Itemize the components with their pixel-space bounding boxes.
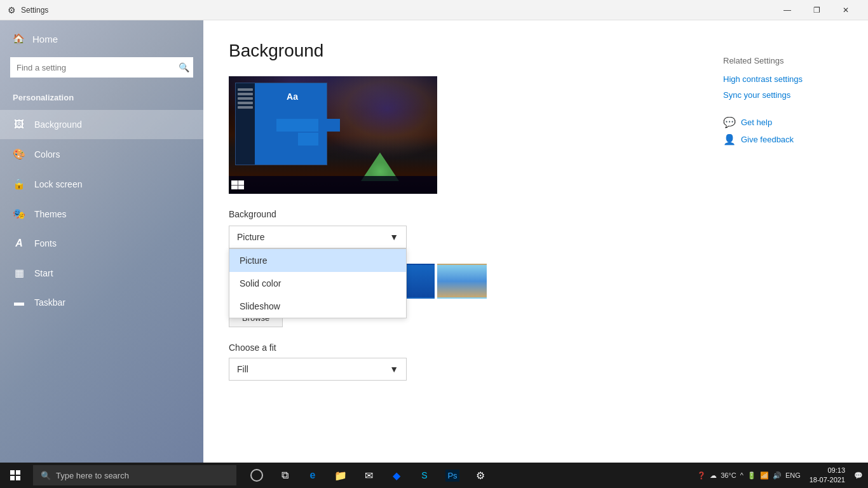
fit-dropdown[interactable]: Fill ▼ — [229, 358, 407, 381]
sync-settings-link[interactable]: Sync your settings — [723, 90, 848, 100]
give-feedback-link[interactable]: 👤 Give feedback — [723, 133, 848, 146]
sidebar-home-item[interactable]: 🏠 Home — [0, 20, 203, 57]
themes-icon: 🎭 — [13, 208, 25, 220]
home-label: Home — [32, 34, 58, 44]
choose-fit-label: Choose a fit — [229, 342, 843, 353]
settings-taskbar-icon: ⚙ — [476, 470, 485, 482]
preview-aa: Aa — [276, 87, 308, 106]
preview-bg: Aa — [229, 76, 437, 194]
tray-network-icon[interactable]: 📶 — [760, 471, 769, 480]
colors-icon: 🎨 — [13, 148, 25, 160]
background-dropdown-container: Picture ▼ Picture Solid color Slideshow — [229, 226, 407, 248]
taskbar-nav-icon: ▬ — [13, 297, 25, 308]
related-settings-panel: Related Settings High contrast settings … — [703, 41, 868, 166]
high-contrast-link[interactable]: High contrast settings — [723, 74, 848, 84]
taskbar-tray: ❓ ☁ 36°C ^ 🔋 📶 🔊 ENG 09:13 18-07-2021 💬 — [692, 466, 868, 485]
edge-icon: e — [310, 470, 316, 481]
taskbar-settings-icon[interactable]: ⚙ — [468, 463, 493, 488]
title-bar-controls: — ❐ ✕ — [773, 0, 860, 20]
sidebar-item-lock-screen[interactable]: 🔒 Lock screen — [0, 169, 203, 199]
themes-label: Themes — [34, 209, 67, 219]
tray-clock[interactable]: 09:13 18-07-2021 — [804, 466, 850, 485]
dropdown-option-solid-color[interactable]: Solid color — [229, 272, 406, 295]
dropdown-selected-value: Picture — [237, 232, 265, 242]
dropdown-chevron-icon: ▼ — [390, 232, 398, 242]
tray-show-hidden[interactable]: ^ — [740, 471, 743, 479]
get-help-label: Get help — [741, 118, 772, 127]
high-contrast-label: High contrast settings — [723, 74, 803, 84]
tray-time: 09:13 — [810, 466, 845, 475]
taskbar-search-box[interactable]: 🔍 Type here to search — [33, 465, 236, 485]
home-icon: 🏠 — [13, 33, 25, 44]
tray-volume-icon[interactable]: 🔊 — [773, 471, 782, 480]
sidebar-item-colors[interactable]: 🎨 Colors — [0, 139, 203, 169]
background-label: Background — [34, 119, 82, 130]
taskbar-label: Taskbar — [34, 297, 65, 308]
preview-tiles — [276, 119, 340, 159]
settings-icon: ⚙ — [8, 5, 16, 15]
taskbar-search-placeholder: Type here to search — [56, 471, 129, 480]
sidebar-item-fonts[interactable]: A Fonts — [0, 229, 203, 258]
related-settings-title: Related Settings — [723, 56, 848, 65]
background-section-label: Background — [229, 209, 843, 219]
photoshop-icon: Ps — [445, 470, 459, 482]
search-input[interactable] — [10, 57, 193, 78]
dropdown-option-picture[interactable]: Picture — [229, 249, 406, 272]
taskview-icon: ⧉ — [281, 470, 288, 481]
sidebar-item-background[interactable]: 🖼 Background — [0, 110, 203, 139]
give-feedback-label: Give feedback — [741, 135, 794, 144]
taskbar-cortana-icon[interactable] — [244, 463, 269, 488]
preview-taskbar — [229, 176, 437, 194]
start-button[interactable] — [0, 463, 31, 488]
main-content: Background Aa — [203, 20, 868, 463]
tray-cloud-icon[interactable]: ☁ — [710, 471, 717, 480]
windows-logo-icon — [10, 470, 20, 480]
preview-window: Aa — [235, 83, 327, 165]
help-icon: 💬 — [723, 116, 736, 128]
search-icon-button[interactable]: 🔍 — [179, 62, 189, 72]
taskbar-taskview-icon[interactable]: ⧉ — [272, 463, 297, 488]
dropdown-menu: Picture Solid color Slideshow — [229, 248, 407, 318]
sidebar-item-themes[interactable]: 🎭 Themes — [0, 199, 203, 229]
start-icon: ▦ — [13, 267, 25, 279]
sketchbook-icon: S — [421, 470, 427, 480]
taskbar-sketchbook-icon[interactable]: S — [412, 463, 437, 488]
sync-settings-label: Sync your settings — [723, 90, 790, 100]
taskbar-photoshop-icon[interactable]: Ps — [440, 463, 465, 488]
sidebar-item-start[interactable]: ▦ Start — [0, 258, 203, 288]
background-dropdown[interactable]: Picture ▼ — [229, 226, 407, 248]
fit-chevron-icon: ▼ — [390, 364, 398, 374]
tray-battery-icon[interactable]: 🔋 — [747, 471, 756, 480]
title-bar-left: ⚙ Settings — [8, 5, 48, 15]
dropdown-option-slideshow[interactable]: Slideshow — [229, 295, 406, 318]
search-box: 🔍 — [10, 57, 193, 78]
feedback-icon: 👤 — [723, 133, 736, 146]
photo-thumb-5[interactable] — [437, 264, 487, 299]
minimize-button[interactable]: — — [773, 0, 802, 20]
start-label: Start — [34, 268, 53, 278]
colors-label: Colors — [34, 149, 60, 159]
tray-notifications-icon[interactable]: 💬 — [854, 471, 863, 480]
fonts-icon: A — [13, 238, 25, 249]
tray-weather[interactable]: 36°C — [721, 471, 736, 479]
title-bar-title: Settings — [21, 6, 48, 15]
mail-icon: ✉ — [365, 470, 373, 482]
tray-language[interactable]: ENG — [785, 471, 801, 479]
close-button[interactable]: ✕ — [831, 0, 860, 20]
taskbar-edge-icon[interactable]: e — [300, 463, 325, 488]
sidebar: 🏠 Home 🔍 Personalization 🖼 Background 🎨 … — [0, 20, 203, 463]
taskbar-mail-icon[interactable]: ✉ — [356, 463, 381, 488]
desktop-preview: Aa — [229, 76, 437, 194]
tray-date: 18-07-2021 — [810, 475, 845, 485]
taskbar-explorer-icon[interactable]: 📁 — [328, 463, 353, 488]
maximize-button[interactable]: ❐ — [802, 0, 831, 20]
lock-icon: 🔒 — [13, 178, 25, 190]
get-help-link[interactable]: 💬 Get help — [723, 116, 848, 128]
fonts-label: Fonts — [34, 238, 57, 248]
explorer-icon: 📁 — [334, 470, 347, 482]
background-icon: 🖼 — [13, 119, 25, 130]
tray-help-icon[interactable]: ❓ — [697, 471, 706, 480]
taskbar: 🔍 Type here to search ⧉ e 📁 ✉ ◆ S Ps ⚙ — [0, 463, 868, 488]
taskbar-dropbox-icon[interactable]: ◆ — [384, 463, 409, 488]
sidebar-item-taskbar[interactable]: ▬ Taskbar — [0, 288, 203, 317]
